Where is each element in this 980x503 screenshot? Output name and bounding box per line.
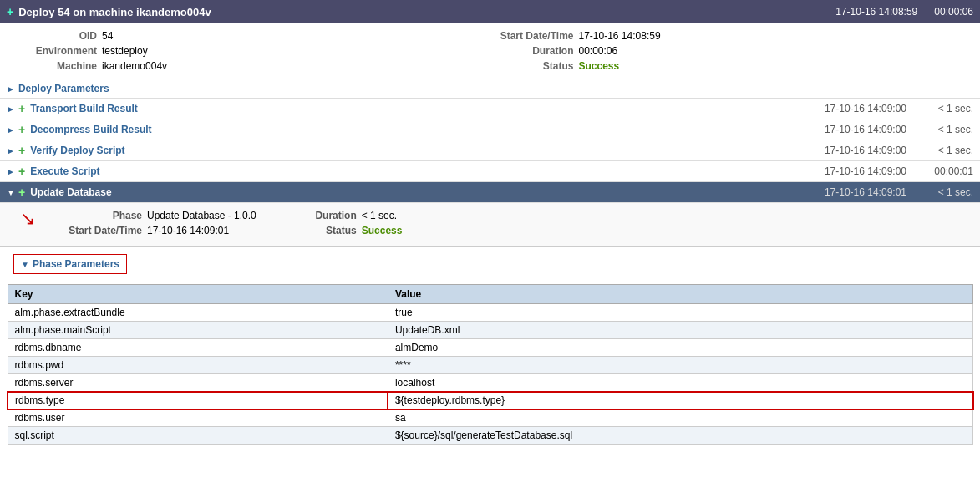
deploy-params-row[interactable]: ► Deploy Parameters xyxy=(0,79,980,99)
chevron-down-icon: ▼ xyxy=(21,260,29,269)
phase-label-0: Transport Build Result xyxy=(30,103,825,114)
phase-startdate-row: Start Date/Time 17-10-16 14:09:01 xyxy=(42,225,256,236)
phase-row-1[interactable]: ► + Decompress Build Result 17-10-16 14:… xyxy=(0,119,980,140)
chevron-icon-4: ▼ xyxy=(7,188,15,197)
oid-row: OID 54 xyxy=(13,30,490,42)
table-row-0: alm.phase.extractBundle true xyxy=(8,304,973,322)
title-datetime: 17-10-16 14:08:59 xyxy=(835,6,917,18)
plus-icon: + xyxy=(7,5,13,18)
phase-duration-4: < 1 sec. xyxy=(923,186,973,198)
phase-row-3[interactable]: ► + Execute Script 17-10-16 14:09:00 00:… xyxy=(0,161,980,182)
plus-icon-1: + xyxy=(18,123,25,136)
phase-duration-0: < 1 sec. xyxy=(923,103,973,114)
duration-value: 00:00:06 xyxy=(579,45,618,57)
oid-label: OID xyxy=(13,30,97,42)
phase-duration-2: < 1 sec. xyxy=(923,145,973,156)
phase-row-2[interactable]: ► + Verify Deploy Script 17-10-16 14:09:… xyxy=(0,140,980,161)
deploy-params-label: Deploy Parameters xyxy=(18,83,109,94)
col-key-header: Key xyxy=(8,285,388,304)
plus-icon-3: + xyxy=(18,165,25,178)
title-elapsed: 00:00:06 xyxy=(934,6,973,18)
phase-date-1: 17-10-16 14:09:00 xyxy=(825,124,906,135)
key-cell-2: rdbms.dbname xyxy=(8,339,388,357)
phase-label-3: Execute Script xyxy=(30,165,825,177)
phase-row-4[interactable]: ▼ + Update Database 17-10-16 14:09:01 < … xyxy=(0,182,980,203)
phase-duration-3: 00:00:01 xyxy=(923,165,973,177)
plus-icon-4: + xyxy=(18,185,25,199)
key-cell-7: sql.script xyxy=(8,427,388,445)
value-cell-6: sa xyxy=(388,409,972,427)
table-row-5: rdbms.type ${testdeploy.rdbms.type} xyxy=(8,392,973,409)
duration-row: Duration 00:00:06 xyxy=(490,45,967,57)
phase-duration-label: Duration xyxy=(256,210,357,221)
chevron-icon-2: ► xyxy=(7,146,15,155)
chevron-right-icon: ► xyxy=(7,84,15,94)
value-cell-0: true xyxy=(388,304,972,322)
phase-status-row: Status Success xyxy=(256,225,471,236)
phase-date-2: 17-10-16 14:09:00 xyxy=(825,145,906,156)
plus-icon-2: + xyxy=(18,144,25,157)
startdate-value: 17-10-16 14:08:59 xyxy=(579,30,661,42)
key-cell-3: rdbms.pwd xyxy=(8,357,388,374)
phase-status-label: Status xyxy=(256,225,357,236)
table-row-3: rdbms.pwd **** xyxy=(8,357,973,374)
oid-value: 54 xyxy=(102,30,113,42)
env-label: Environment xyxy=(13,45,97,57)
phase-status-value: Success xyxy=(362,225,403,236)
chevron-icon-1: ► xyxy=(7,125,15,135)
phase-name-row: Phase Update Database - 1.0.0 xyxy=(42,210,256,221)
value-cell-2: almDemo xyxy=(388,339,972,357)
phase-detail-panel: ↘ Phase Update Database - 1.0.0 Duration… xyxy=(0,203,980,247)
phase-name-label: Phase xyxy=(42,210,142,221)
col-value-header: Value xyxy=(388,285,972,304)
phase-date-3: 17-10-16 14:09:00 xyxy=(825,165,906,177)
phase-params-label: Phase Parameters xyxy=(33,258,119,270)
plus-icon-0: + xyxy=(18,102,25,115)
status-label: Status xyxy=(490,60,574,72)
machine-value: ikandemo004v xyxy=(102,60,167,72)
key-cell-4: rdbms.server xyxy=(8,374,388,392)
key-cell-1: alm.phase.mainScript xyxy=(8,322,388,339)
machine-label: Machine xyxy=(13,60,97,72)
table-row-4: rdbms.server localhost xyxy=(8,374,973,392)
phases-list: ► + Transport Build Result 17-10-16 14:0… xyxy=(0,99,980,203)
red-arrow-icon: ↘ xyxy=(20,210,35,236)
value-cell-3: **** xyxy=(388,357,972,374)
machine-row: Machine ikandemo004v xyxy=(13,60,490,72)
status-value: Success xyxy=(579,60,620,72)
table-row-7: sql.script ${source}/sql/generateTestDat… xyxy=(8,427,973,445)
status-row: Status Success xyxy=(490,60,967,72)
phase-date-0: 17-10-16 14:09:00 xyxy=(825,103,906,114)
phase-date-4: 17-10-16 14:09:01 xyxy=(825,186,906,198)
chevron-icon-3: ► xyxy=(7,167,15,176)
phase-startdate-label: Start Date/Time xyxy=(42,225,142,236)
phase-label-2: Verify Deploy Script xyxy=(30,145,825,156)
key-cell-5: rdbms.type xyxy=(8,392,388,409)
phase-row-0[interactable]: ► + Transport Build Result 17-10-16 14:0… xyxy=(0,99,980,119)
phase-duration-value: < 1 sec. xyxy=(362,210,397,221)
value-cell-7: ${source}/sql/generateTestDatabase.sql xyxy=(388,427,972,445)
phase-duration-row: Duration < 1 sec. xyxy=(256,210,471,221)
phase-duration-1: < 1 sec. xyxy=(923,124,973,135)
phase-name-value: Update Database - 1.0.0 xyxy=(147,210,256,221)
phase-startdate-value: 17-10-16 14:09:01 xyxy=(147,225,229,236)
table-row-6: rdbms.user sa xyxy=(8,409,973,427)
params-table: Key Value alm.phase.extractBundle true a… xyxy=(7,284,973,445)
title-bar: + Deploy 54 on machine ikandemo004v 17-1… xyxy=(0,0,980,23)
window-title: Deploy 54 on machine ikandemo004v xyxy=(18,6,835,18)
phase-label-4: Update Database xyxy=(30,186,825,198)
key-cell-0: alm.phase.extractBundle xyxy=(8,304,388,322)
key-cell-6: rdbms.user xyxy=(8,409,388,427)
params-table-container: Key Value alm.phase.extractBundle true a… xyxy=(0,284,980,451)
env-row: Environment testdeploy xyxy=(13,45,490,57)
phase-label-1: Decompress Build Result xyxy=(30,124,825,135)
value-cell-1: UpdateDB.xml xyxy=(388,322,972,339)
table-row-1: alm.phase.mainScript UpdateDB.xml xyxy=(8,322,973,339)
value-cell-4: localhost xyxy=(388,374,972,392)
startdate-row: Start Date/Time 17-10-16 14:08:59 xyxy=(490,30,967,42)
startdate-label: Start Date/Time xyxy=(490,30,574,42)
env-value: testdeploy xyxy=(102,45,148,57)
phase-params-section: ▼ Phase Parameters xyxy=(0,247,980,281)
phase-params-toggle[interactable]: ▼ Phase Parameters xyxy=(13,254,127,274)
duration-label: Duration xyxy=(490,45,574,57)
